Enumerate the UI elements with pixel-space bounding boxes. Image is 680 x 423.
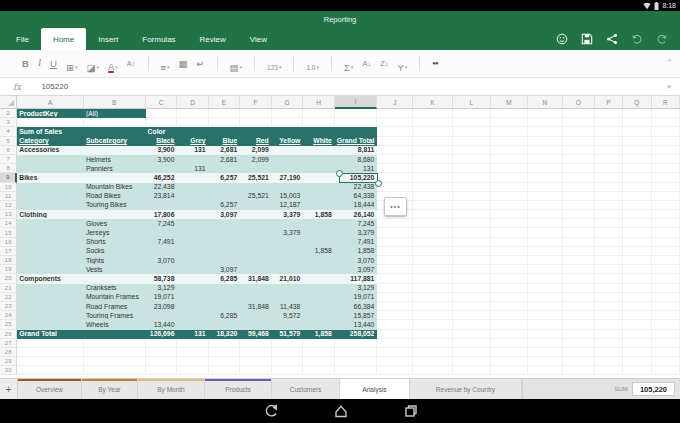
cell-C13[interactable]: 17,806 — [146, 210, 178, 219]
cell-J18[interactable] — [377, 256, 413, 265]
cell-M14[interactable] — [491, 219, 528, 228]
cell-G2[interactable] — [272, 109, 304, 118]
cell-O13[interactable] — [563, 210, 595, 219]
cell-N29[interactable] — [528, 357, 563, 366]
cell-F4[interactable] — [240, 127, 272, 136]
cell-I21[interactable]: 3,129 — [335, 284, 378, 293]
cell-Q9[interactable] — [623, 173, 651, 182]
wrap-text-button[interactable]: ↵ — [197, 58, 205, 69]
column-header-D[interactable]: D — [177, 96, 208, 109]
cell-J24[interactable] — [377, 311, 413, 320]
cell-N13[interactable] — [528, 210, 563, 219]
cell-J10[interactable] — [377, 183, 413, 192]
cell-Q13[interactable] — [623, 210, 651, 219]
cell-L22[interactable] — [453, 293, 492, 302]
cell-O17[interactable] — [563, 247, 595, 256]
cell-Q26[interactable] — [623, 330, 651, 339]
decimal-places-button[interactable]: 1.0 — [306, 55, 319, 73]
cell-H7[interactable] — [303, 155, 334, 164]
cell-A2[interactable]: ProductKey — [17, 109, 84, 118]
cell-K18[interactable] — [413, 256, 452, 265]
cell-C22[interactable]: 19,071 — [146, 293, 178, 302]
cell-A24[interactable] — [17, 311, 84, 320]
cell-D22[interactable] — [177, 293, 208, 302]
cell-R4[interactable] — [652, 127, 680, 136]
cell-O7[interactable] — [563, 155, 595, 164]
cell-F13[interactable] — [240, 210, 272, 219]
cell-P2[interactable] — [595, 109, 623, 118]
cell-P14[interactable] — [595, 219, 623, 228]
cell-R13[interactable] — [652, 210, 680, 219]
cell-F17[interactable] — [240, 247, 272, 256]
cell-L20[interactable] — [453, 274, 492, 283]
cell-H10[interactable] — [303, 183, 334, 192]
row-header-25[interactable]: 25 — [0, 320, 17, 329]
cell-K19[interactable] — [413, 265, 452, 274]
cell-C14[interactable]: 7,245 — [146, 219, 178, 228]
cell-Q12[interactable] — [623, 201, 651, 210]
cell-J27[interactable] — [377, 339, 413, 348]
cell-F10[interactable] — [240, 183, 272, 192]
cell-G4[interactable] — [272, 127, 304, 136]
cell-L13[interactable] — [453, 210, 492, 219]
cell-E4[interactable] — [209, 127, 241, 136]
cell-B27[interactable] — [84, 339, 146, 348]
cell-R23[interactable] — [652, 302, 680, 311]
bold-button[interactable]: B — [22, 58, 29, 69]
cell-P8[interactable] — [595, 164, 623, 173]
cell-A22[interactable] — [17, 293, 84, 302]
cell-N27[interactable] — [528, 339, 563, 348]
cell-N9[interactable] — [528, 173, 563, 182]
cell-Q22[interactable] — [623, 293, 651, 302]
cell-C18[interactable]: 3,070 — [146, 256, 178, 265]
cell-R24[interactable] — [652, 311, 680, 320]
cell-K2[interactable] — [413, 109, 452, 118]
cell-B30[interactable] — [84, 366, 146, 375]
column-header-N[interactable]: N — [528, 96, 563, 109]
cell-D9[interactable] — [177, 173, 208, 182]
cell-D21[interactable] — [177, 284, 208, 293]
cell-L7[interactable] — [453, 155, 492, 164]
cell-I12[interactable]: 18,444 — [335, 201, 378, 210]
row-header-19[interactable]: 19 — [0, 265, 17, 274]
cell-Q18[interactable] — [623, 256, 651, 265]
cell-L5[interactable] — [453, 137, 492, 146]
cell-N30[interactable] — [528, 366, 563, 375]
cell-E27[interactable] — [209, 339, 241, 348]
cell-I5[interactable]: Grand Total — [335, 137, 378, 146]
cell-H20[interactable] — [303, 274, 334, 283]
cell-C11[interactable]: 23,814 — [146, 192, 178, 201]
cell-A18[interactable] — [17, 256, 84, 265]
cell-O24[interactable] — [563, 311, 595, 320]
cell-J16[interactable] — [377, 238, 413, 247]
align-button[interactable]: ≡ — [161, 55, 170, 73]
cell-B10[interactable]: Mountain Bikes — [84, 183, 146, 192]
cell-A14[interactable] — [17, 219, 84, 228]
cell-G10[interactable] — [272, 183, 304, 192]
cell-M29[interactable] — [491, 357, 528, 366]
cell-format-button[interactable]: ▤ — [230, 55, 243, 73]
cell-A6[interactable]: Accessories — [17, 146, 84, 155]
cell-H4[interactable] — [303, 127, 334, 136]
cell-Q21[interactable] — [623, 284, 651, 293]
row-header-12[interactable]: 12 — [0, 201, 17, 210]
row-header-21[interactable]: 21 — [0, 284, 17, 293]
cell-P27[interactable] — [595, 339, 623, 348]
cell-E10[interactable] — [209, 183, 241, 192]
column-header-K[interactable]: K — [413, 96, 452, 109]
cell-O10[interactable] — [563, 183, 595, 192]
ribbon-tab-file[interactable]: File — [4, 28, 41, 50]
cell-Q4[interactable] — [623, 127, 651, 136]
cell-I4[interactable] — [335, 127, 378, 136]
cell-F2[interactable] — [240, 109, 272, 118]
cell-A27[interactable] — [17, 339, 84, 348]
cell-R29[interactable] — [652, 357, 680, 366]
cell-L26[interactable] — [453, 330, 492, 339]
cell-G17[interactable] — [272, 247, 304, 256]
cell-M24[interactable] — [491, 311, 528, 320]
cell-J23[interactable] — [377, 302, 413, 311]
cell-G29[interactable] — [272, 357, 304, 366]
cell-K28[interactable] — [413, 348, 452, 357]
cell-P24[interactable] — [595, 311, 623, 320]
cell-F6[interactable]: 2,099 — [240, 146, 272, 155]
